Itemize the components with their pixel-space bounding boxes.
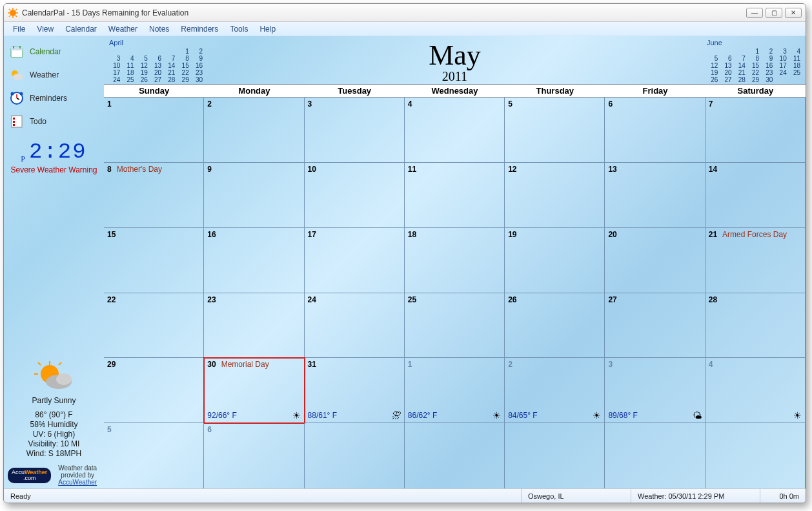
mini-day[interactable]: 11 [123, 62, 134, 69]
calendar-cell[interactable]: 6 [605, 98, 705, 163]
calendar-cell[interactable]: 8Mother's Day [104, 163, 204, 228]
calendar-cell[interactable]: 2 [204, 98, 304, 163]
accuweather-link[interactable]: AccuWeather [58, 479, 97, 486]
mini-day[interactable]: 7 [164, 55, 175, 62]
calendar-cell[interactable]: 186/62° F☀ [405, 358, 505, 423]
calendar-cell[interactable]: 20 [605, 228, 705, 293]
mini-day[interactable] [164, 48, 175, 55]
maximize-button[interactable]: ▢ [766, 8, 782, 18]
mini-day[interactable]: 9 [762, 55, 773, 62]
mini-day[interactable]: 15 [178, 62, 188, 69]
calendar-cell[interactable] [505, 423, 605, 488]
minimize-button[interactable]: — [746, 8, 763, 18]
calendar-cell[interactable] [705, 423, 806, 488]
mini-day[interactable]: 5 [707, 55, 718, 62]
titlebar[interactable]: CalendarPal - 15 Days Remaining for Eval… [4, 4, 806, 22]
mini-day[interactable] [123, 48, 134, 55]
mini-day[interactable]: 4 [789, 48, 800, 55]
calendar-cell[interactable]: 3188/61° F⛈ [305, 358, 405, 423]
mini-day[interactable]: 23 [762, 69, 773, 76]
mini-day[interactable]: 19 [137, 69, 148, 76]
calendar-cell[interactable]: 14 [705, 163, 806, 228]
calendar-cell[interactable]: 15 [104, 228, 204, 293]
mini-day[interactable]: 29 [748, 76, 759, 83]
mini-day[interactable]: 20 [720, 69, 731, 76]
mini-day[interactable]: 4 [123, 55, 134, 62]
mini-day[interactable]: 11 [789, 55, 800, 62]
calendar-cell[interactable]: 13 [605, 163, 705, 228]
mini-day[interactable]: 25 [123, 76, 134, 83]
mini-day[interactable] [109, 48, 120, 55]
mini-day[interactable]: 10 [109, 62, 120, 69]
mini-day[interactable]: 16 [192, 62, 203, 69]
calendar-cell[interactable]: 4 [405, 98, 505, 163]
mini-day[interactable]: 23 [192, 69, 203, 76]
menu-calendar[interactable]: Calendar [60, 23, 102, 35]
mini-day[interactable]: 27 [720, 76, 731, 83]
calendar-cell[interactable]: 23 [204, 293, 304, 359]
calendar-cell[interactable]: 10 [305, 163, 405, 228]
calendar-cell[interactable]: 27 [605, 293, 705, 359]
sidebar-item-calendar[interactable]: Calendar [8, 40, 100, 63]
mini-day[interactable]: 21 [164, 69, 175, 76]
mini-day[interactable]: 5 [137, 55, 148, 62]
calendar-cell[interactable]: 3 [305, 98, 405, 163]
calendar-cell[interactable]: 1 [104, 98, 204, 163]
calendar-cell[interactable]: 19 [505, 228, 605, 293]
calendar-cell[interactable]: 5 [505, 98, 605, 163]
mini-day[interactable]: 22 [178, 69, 188, 76]
mini-day[interactable]: 20 [150, 69, 161, 76]
mini-day[interactable]: 17 [109, 69, 120, 76]
mini-day[interactable]: 28 [164, 76, 175, 83]
mini-day[interactable]: 8 [748, 55, 759, 62]
calendar-cell[interactable]: 12 [505, 163, 605, 228]
menu-help[interactable]: Help [254, 23, 281, 35]
mini-day[interactable]: 1 [748, 48, 759, 55]
weather-warning[interactable]: Severe Weather Warning [8, 165, 100, 174]
mini-day[interactable]: 13 [150, 62, 161, 69]
mini-day[interactable]: 25 [789, 69, 800, 76]
mini-day[interactable] [137, 48, 148, 55]
mini-day[interactable]: 22 [748, 69, 759, 76]
mini-day[interactable]: 6 [720, 55, 731, 62]
mini-day[interactable] [735, 48, 746, 55]
close-button[interactable]: ✕ [785, 8, 802, 18]
mini-day[interactable]: 27 [150, 76, 161, 83]
menu-reminders[interactable]: Reminders [176, 23, 223, 35]
sidebar-item-todo[interactable]: Todo [8, 110, 100, 133]
mini-day[interactable]: 14 [164, 62, 175, 69]
mini-day[interactable]: 3 [775, 48, 786, 55]
calendar-cell[interactable]: 4☀ [705, 358, 806, 423]
sidebar-item-reminders[interactable]: Reminders [8, 87, 100, 110]
mini-calendar-next[interactable]: June 12345678910111213141516171819202122… [707, 39, 800, 83]
calendar-cell[interactable]: 9 [204, 163, 304, 228]
mini-day[interactable]: 2 [192, 48, 203, 55]
calendar-cell[interactable]: 16 [204, 228, 304, 293]
calendar-cell[interactable]: 18 [405, 228, 505, 293]
calendar-cell[interactable]: 389/68° F🌤 [605, 358, 705, 423]
calendar-cell[interactable]: 21Armed Forces Day [705, 228, 806, 293]
mini-day[interactable]: 6 [150, 55, 161, 62]
calendar-cell[interactable]: 29 [104, 358, 204, 423]
mini-day[interactable]: 24 [775, 69, 786, 76]
mini-day[interactable]: 30 [192, 76, 203, 83]
mini-day[interactable]: 19 [707, 69, 718, 76]
calendar-cell[interactable]: 26 [505, 293, 605, 359]
calendar-cell[interactable] [305, 423, 405, 488]
calendar-cell[interactable] [605, 423, 705, 488]
mini-day[interactable]: 14 [735, 62, 746, 69]
mini-day[interactable]: 26 [707, 76, 718, 83]
mini-day[interactable]: 1 [178, 48, 188, 55]
calendar-cell[interactable]: 11 [405, 163, 505, 228]
mini-day[interactable]: 9 [192, 55, 203, 62]
mini-day[interactable] [150, 48, 161, 55]
calendar-cell[interactable]: 22 [104, 293, 204, 359]
calendar-cell[interactable]: 25 [405, 293, 505, 359]
mini-day[interactable]: 18 [789, 62, 800, 69]
calendar-cell[interactable]: 7 [705, 98, 806, 163]
mini-calendar-prev[interactable]: April 1234567891011121314151617181920212… [109, 39, 203, 83]
mini-day[interactable]: 10 [775, 55, 786, 62]
mini-day[interactable]: 24 [109, 76, 120, 83]
calendar-cell[interactable]: 284/65° F☀ [505, 358, 605, 423]
mini-day[interactable]: 8 [178, 55, 188, 62]
